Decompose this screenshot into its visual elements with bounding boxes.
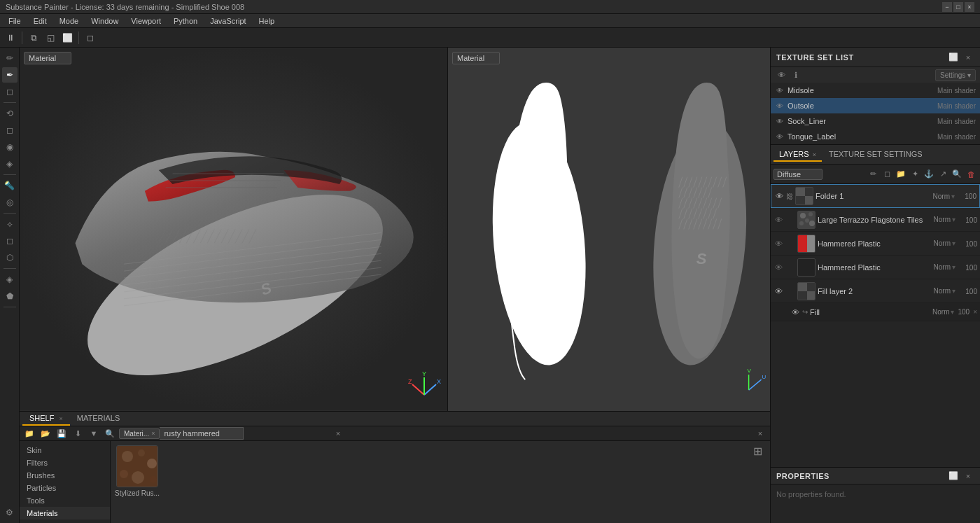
smudge-tool-button[interactable]: ⟲ xyxy=(2,106,18,121)
layers-tab-close[interactable]: × xyxy=(813,151,816,158)
eye-icon-fill2[interactable]: 👁 xyxy=(774,286,783,296)
close-button[interactable]: × xyxy=(965,2,974,12)
menu-viewport[interactable]: Viewport xyxy=(125,15,167,27)
eye-icon-hammered2[interactable]: 👁 xyxy=(774,263,783,272)
cat-smart-materials[interactable]: Smart materials xyxy=(20,519,110,523)
transform-tool-button[interactable]: ⟡ xyxy=(2,216,18,232)
menu-window[interactable]: Window xyxy=(85,15,124,27)
layer-hammered-plastic-2[interactable]: 👁 Hammered Plastic Norm ▾ 100 xyxy=(771,256,980,279)
3d-material-dropdown[interactable]: Material xyxy=(24,52,71,64)
2d-material-dropdown[interactable]: Material xyxy=(452,52,500,64)
eraser-tool-button[interactable]: ◻ xyxy=(2,84,18,99)
props-close-button[interactable]: × xyxy=(962,470,974,482)
texture-set-outsole[interactable]: 👁 Outsole Main shader xyxy=(771,98,980,113)
2d-view-button[interactable]: ⧉ xyxy=(26,30,41,46)
eye-icon-terrazzo[interactable]: 👁 xyxy=(774,215,783,225)
polygon-select-button[interactable]: ⬡ xyxy=(2,250,18,265)
sub-layer-close[interactable]: × xyxy=(973,308,977,316)
new-folder-button[interactable]: 📁 xyxy=(22,426,36,440)
bake-button[interactable]: ◈ xyxy=(2,272,18,287)
blend-mode-select[interactable]: Diffuse xyxy=(774,169,822,180)
tsl-icon-group: ⬜ × xyxy=(947,51,974,64)
maximize-button[interactable]: □ xyxy=(953,2,963,12)
camera-button[interactable]: ◻ xyxy=(83,30,98,46)
tab-materials[interactable]: MATERIALS xyxy=(70,412,127,426)
tsl-settings-button[interactable]: Settings ▾ xyxy=(935,69,976,81)
3d-viewport[interactable]: S xyxy=(20,48,448,411)
cat-skin[interactable]: Skin xyxy=(20,444,110,456)
grid-view-button[interactable]: ⊞ xyxy=(750,444,764,458)
tab-texture-set-settings[interactable]: TEXTURE SET SETTINGS xyxy=(823,148,928,162)
eye-icon-midsole[interactable]: 👁 xyxy=(775,85,785,95)
eye-icon-sub-fill[interactable]: 👁 xyxy=(790,307,800,317)
shelf-items-grid: Stylized Rus... ⊞ xyxy=(111,441,770,523)
fill-tool-button[interactable]: ◉ xyxy=(2,139,18,155)
menu-mode[interactable]: Mode xyxy=(54,15,85,27)
filter-tag-close[interactable]: × xyxy=(151,430,155,437)
view-mode-button[interactable]: ⬜ xyxy=(59,30,75,46)
save-button[interactable]: 💾 xyxy=(55,426,69,440)
3d-view-button[interactable]: ◱ xyxy=(43,30,58,46)
add-fill-layer-button[interactable]: ◻ xyxy=(881,168,893,181)
cat-tools[interactable]: Tools xyxy=(20,494,110,507)
layer-search-button[interactable]: 🔍 xyxy=(951,168,963,181)
stamp-button[interactable]: ⬟ xyxy=(2,288,18,304)
search-input[interactable] xyxy=(160,427,244,440)
layer-anchor-button[interactable]: ⚓ xyxy=(923,168,935,181)
open-folder-button[interactable]: 📂 xyxy=(38,426,52,440)
eye-icon-folder1[interactable]: 👁 xyxy=(774,191,784,201)
add-paint-layer-button[interactable]: ✏ xyxy=(867,168,879,181)
list-item[interactable]: Stylized Rus... xyxy=(115,445,160,497)
eye-icon-tongue-label[interactable]: 👁 xyxy=(775,132,785,141)
sub-layer-fill[interactable]: 👁 ↪ Fill Norm ▾ 100 × xyxy=(771,303,980,321)
texture-set-midsole[interactable]: 👁 Midsole Main shader xyxy=(771,83,980,98)
add-folder-button[interactable]: 📁 xyxy=(895,168,907,181)
add-effect-button[interactable]: ✦ xyxy=(909,168,921,181)
shelf-toolbar: 📁 📂 💾 ⬇ ▼ 🔍 Materi... × × × xyxy=(20,426,770,441)
texture-set-sock-liner[interactable]: 👁 Sock_Liner Main shader xyxy=(771,113,980,129)
props-expand-button[interactable]: ⬜ xyxy=(947,470,960,482)
pause-button[interactable]: ⏸ xyxy=(3,30,18,46)
cat-materials[interactable]: Materials xyxy=(20,507,110,519)
cat-brushes[interactable]: Brushes xyxy=(20,469,110,482)
settings-tool-button[interactable]: ⚙ xyxy=(2,505,18,520)
menu-help[interactable]: Help xyxy=(253,15,281,27)
layer-export-button[interactable]: ↗ xyxy=(937,168,949,181)
texture-set-tongue-label[interactable]: 👁 Tongue_Label Main shader xyxy=(771,129,980,144)
paint-tool-button[interactable]: ✏ xyxy=(2,50,18,66)
measure-tool-button[interactable]: ◎ xyxy=(2,195,18,210)
import-button[interactable]: ⬇ xyxy=(71,426,85,440)
eye-icon-outsole[interactable]: 👁 xyxy=(775,101,785,111)
2d-viewport[interactable]: S U V Material xyxy=(448,48,770,411)
menu-javascript[interactable]: JavaScript xyxy=(204,15,251,27)
tsl-info-button[interactable]: ℹ xyxy=(790,69,802,81)
tsl-expand-button[interactable]: ⬜ xyxy=(947,51,960,64)
cat-particles[interactable]: Particles xyxy=(20,482,110,494)
cat-filters[interactable]: Filters xyxy=(20,456,110,469)
rect-select-button[interactable]: ◻ xyxy=(2,233,18,249)
layer-folder-1[interactable]: 👁 ⛓ Folder 1 Norm ▾ 100 xyxy=(771,184,980,208)
color-picker-button[interactable]: 🔦 xyxy=(2,178,18,193)
clear-search-button[interactable]: × xyxy=(331,426,345,440)
tab-shelf[interactable]: SHELF × xyxy=(22,412,70,426)
minimize-button[interactable]: − xyxy=(942,2,952,12)
filter-icon[interactable]: ▼ xyxy=(87,426,101,440)
clone-tool-button[interactable]: ◻ xyxy=(2,123,18,138)
menu-python[interactable]: Python xyxy=(168,15,203,27)
menu-file[interactable]: File xyxy=(3,15,27,27)
tsl-close-button[interactable]: × xyxy=(962,51,974,64)
geometry-fill-button[interactable]: ◈ xyxy=(2,156,18,172)
eye-icon-sock-liner[interactable]: 👁 xyxy=(775,116,785,126)
layer-large-terrazzo[interactable]: 👁 Large Terrazzo Flagstone Tiles Norm ▾ … xyxy=(771,208,980,232)
search-icon[interactable]: 🔍 xyxy=(103,426,117,440)
layer-delete-button[interactable]: 🗑 xyxy=(965,168,977,181)
menu-edit[interactable]: Edit xyxy=(28,15,52,27)
layer-hammered-plastic-1[interactable]: 👁 Hammered Plastic Norm ▾ 100 xyxy=(771,232,980,256)
tsl-eye-button[interactable]: 👁 xyxy=(775,69,788,81)
shelf-close-button[interactable]: × xyxy=(753,426,767,440)
eye-icon-hammered1[interactable]: 👁 xyxy=(774,239,783,249)
layer-fill-layer-2[interactable]: 👁 Fill layer 2 Norm ▾ 100 xyxy=(771,279,980,303)
brush-tool-button[interactable]: ✒ xyxy=(2,67,18,83)
tab-layers[interactable]: LAYERS × xyxy=(774,148,822,162)
shelf-tab-close[interactable]: × xyxy=(59,415,63,422)
